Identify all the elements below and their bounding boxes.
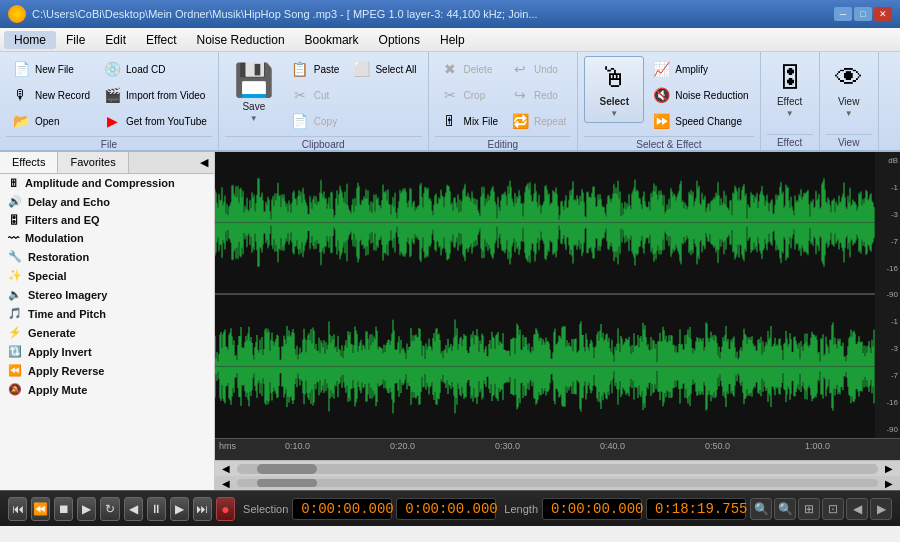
maximize-button[interactable]: □ [854,7,872,21]
effect-button[interactable]: 🎛 Effect ▼ [767,56,813,123]
generate-group[interactable]: ⚡ Generate [0,323,214,342]
channel-2[interactable] [215,295,875,438]
cut-button[interactable]: ✂ Cut [285,82,345,108]
filters-group[interactable]: 🎛 Filters and EQ [0,211,214,229]
apply-invert-icon: 🔃 [8,345,22,358]
loop-button[interactable]: ↻ [100,497,119,521]
undo-button[interactable]: ↩ Undo [505,56,571,82]
copy-button[interactable]: 📄 Copy [285,108,345,134]
scroll-track2[interactable] [237,479,878,487]
scroll-thumb[interactable] [257,464,317,474]
modulation-group[interactable]: 〰 Modulation [0,229,214,247]
scroll-track[interactable] [237,464,878,474]
pause-button[interactable]: ⏸ [147,497,166,521]
zoom-in-button[interactable]: 🔍 [750,498,772,520]
new-file-button[interactable]: 📄 New File [6,56,95,82]
paste-button[interactable]: 📋 Paste [285,56,345,82]
select-all-button[interactable]: ⬜ Select All [346,56,421,82]
scroll-left-button[interactable]: ◀ [219,463,233,474]
noise-reduction-ribbon-button[interactable]: 🔇 Noise Reduction [646,82,753,108]
amplitude-group[interactable]: 🎚 Amplitude and Compression [0,174,214,192]
stereo-group[interactable]: 🔈 Stereo Imagery [0,285,214,304]
select-button[interactable]: 🖱 Select ▼ [584,56,644,123]
get-youtube-button[interactable]: ▶ Get from YouTube [97,108,212,134]
open-button[interactable]: 📂 Open [6,108,95,134]
apply-reverse-icon: ⏪ [8,364,22,377]
apply-reverse-group[interactable]: ⏪ Apply Reverse [0,361,214,380]
waveform-area[interactable]: dB -1 -3 -7 -16 -90 -1 -3 -7 -16 -90 hms… [215,152,900,490]
effects-tab[interactable]: Effects [0,152,58,173]
select-label: Select [600,96,629,107]
filters-icon: 🎛 [8,214,19,226]
amplify-button[interactable]: 📈 Amplify [646,56,753,82]
scroll-right2-button[interactable]: ▶ [882,478,896,489]
view-button[interactable]: 👁 View ▼ [826,56,872,123]
crop-button[interactable]: ✂ Crop [435,82,503,108]
speed-icon: ⏩ [651,111,671,131]
close-button[interactable]: ✕ [874,7,892,21]
special-group[interactable]: ✨ Special [0,266,214,285]
menu-noise-reduction[interactable]: Noise Reduction [187,31,295,49]
delay-group[interactable]: 🔊 Delay and Echo [0,192,214,211]
menu-effect[interactable]: Effect [136,31,186,49]
zoom-out-button[interactable]: 🔍 [774,498,796,520]
prev-marker-button[interactable]: ◀ [124,497,143,521]
apply-invert-group[interactable]: 🔃 Apply Invert [0,342,214,361]
record-button[interactable]: ● [216,497,235,521]
amplify-icon: 📈 [651,59,671,79]
go-end-button[interactable]: ⏭ [193,497,212,521]
time-pitch-icon: 🎵 [8,307,22,320]
db-3b: -3 [877,344,898,353]
import-from-video-button[interactable]: 🎬 Import from Video [97,82,212,108]
ribbon-group-clipboard: 💾 Save ▼ 📋 Paste ✂ Cut 📄 Copy [219,52,429,150]
save-dropdown-arrow: ▼ [250,114,258,123]
menu-home[interactable]: Home [4,31,56,49]
scroll-left2-button[interactable]: ◀ [219,478,233,489]
menu-help[interactable]: Help [430,31,475,49]
mix-label: Mix File [464,116,498,127]
stop-button[interactable]: ⏹ [54,497,73,521]
menu-options[interactable]: Options [369,31,430,49]
youtube-label: Get from YouTube [126,116,207,127]
play-button[interactable]: ▶ [77,497,96,521]
sidebar-collapse-button[interactable]: ◀ [194,152,214,173]
scroll-thumb2[interactable] [257,479,317,487]
zoom-extra1[interactable]: ◀ [846,498,868,520]
favorites-tab[interactable]: Favorites [58,152,128,173]
zoom-extra2[interactable]: ▶ [870,498,892,520]
redo-button[interactable]: ↪ Redo [505,82,571,108]
zoom-fit-button[interactable]: ⊞ [798,498,820,520]
delay-icon: 🔊 [8,195,22,208]
stereo-label: Stereo Imagery [28,289,107,301]
main-content: Effects Favorites ◀ 🎚 Amplitude and Comp… [0,152,900,490]
noise-reduction-icon: 🔇 [651,85,671,105]
minimize-button[interactable]: ─ [834,7,852,21]
time-pitch-group[interactable]: 🎵 Time and Pitch [0,304,214,323]
zoom-select-button[interactable]: ⊡ [822,498,844,520]
time-30: 0:30.0 [495,441,520,451]
channel-1[interactable] [215,152,875,295]
modulation-icon: 〰 [8,232,19,244]
view-label: View [838,96,860,107]
load-cd-button[interactable]: 💿 Load CD [97,56,212,82]
db-7b: -7 [877,371,898,380]
apply-mute-group[interactable]: 🔕 Apply Mute [0,380,214,399]
go-start-button[interactable]: ⏮ [8,497,27,521]
next-marker-button[interactable]: ▶ [170,497,189,521]
ribbon-group-view: 👁 View ▼ View [820,52,879,150]
menu-file[interactable]: File [56,31,95,49]
scroll-right-button[interactable]: ▶ [882,463,896,474]
db-3: -3 [877,210,898,219]
length-display: 0:00:00.000 [542,498,642,520]
repeat-button[interactable]: 🔁 Repeat [505,108,571,134]
restoration-group[interactable]: 🔧 Restoration [0,247,214,266]
mix-file-button[interactable]: 🎚 Mix File [435,108,503,134]
save-button[interactable]: 💾 Save ▼ [225,56,283,128]
effect-label: Effect [777,96,802,107]
new-record-button[interactable]: 🎙 New Record [6,82,95,108]
delete-button[interactable]: ✖ Delete [435,56,503,82]
menu-bookmark[interactable]: Bookmark [295,31,369,49]
speed-change-button[interactable]: ⏩ Speed Change [646,108,753,134]
menu-edit[interactable]: Edit [95,31,136,49]
rewind-button[interactable]: ⏪ [31,497,50,521]
